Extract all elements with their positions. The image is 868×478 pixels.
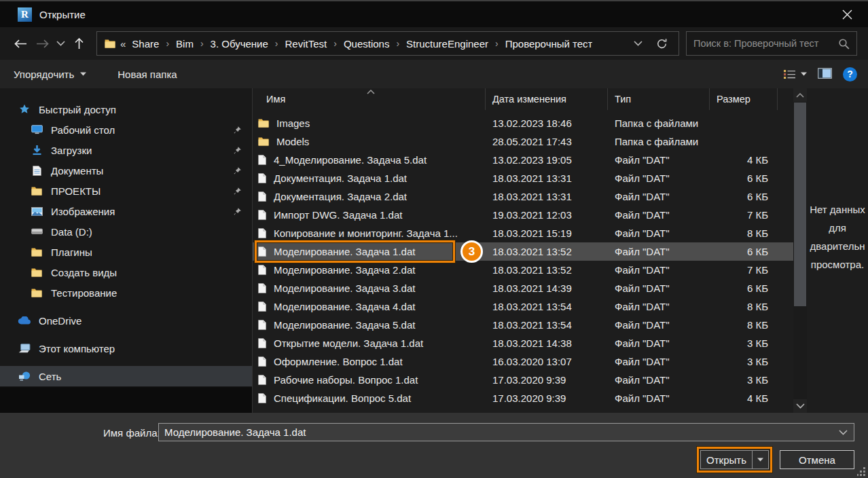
scrollbar-thumb[interactable] [794,103,806,306]
file-row[interactable]: Спецификации. Вопрос 5.dat17.03.2020 9:3… [253,389,793,407]
sidebar-item-downloads[interactable]: Загрузки [0,140,252,160]
file-name-cell: Спецификации. Вопрос 5.dat [253,392,486,404]
file-name-cell: Моделирование. Задача 3.dat [253,282,486,294]
sidebar-item-desktop[interactable]: Рабочий стол [0,120,252,140]
file-size: 6 КБ [710,282,778,294]
breadcrumb: « Share›Bim›3. Обучение›RevitTest›Questi… [96,31,679,56]
column-header-date[interactable]: Дата изменения [486,88,608,110]
file-date: 17.03.2020 9:39 [486,392,608,404]
file-row[interactable]: Models28.05.2021 17:43Папка с файлами [253,132,793,151]
file-size: 8 КБ [710,227,778,239]
sidebar-bottom-filler [0,387,252,413]
help-button[interactable]: ? [843,67,857,81]
forward-button[interactable] [33,34,52,53]
file-row[interactable]: Моделирование. Задача 4.dat18.03.2021 13… [253,297,793,316]
preview-pane-button[interactable] [818,68,832,81]
file-date: 19.03.2021 12:03 [486,209,608,221]
file-name: Открытие модели. Задача 1.dat [274,337,423,349]
file-row[interactable]: Моделирование. Задача 2.dat18.03.2021 13… [253,261,793,279]
file-row[interactable]: Моделирование. Задача 1.dat18.03.2021 13… [253,242,793,261]
new-folder-button[interactable]: Новая папка [117,69,177,80]
sidebar-item-quick-access[interactable]: Быстрый доступ [0,99,252,120]
file-name: Моделирование. Задача 2.dat [274,264,415,276]
file-type: Файл "DAT" [608,246,710,257]
search-icon [838,38,850,50]
address-dropdown-button[interactable] [634,41,643,46]
sidebar-item-data-drive[interactable]: Data (D:) [0,221,252,242]
file-row[interactable]: 4_Моделирование. Задача 5.dat13.02.2023 … [253,151,793,169]
breadcrumb-item[interactable]: RevitTest [285,38,327,50]
scroll-up-button[interactable] [793,88,807,102]
sidebar-item-pictures[interactable]: Изображения [0,201,252,221]
arrow-left-icon [14,39,27,48]
file-size: 3 КБ [710,337,778,349]
preview-text-line: дварительн [810,237,865,255]
title-bar: R Открытие [0,0,868,27]
sidebar-item-testing[interactable]: Тестирование [0,282,252,303]
file-name-cell: 4_Моделирование. Задача 5.dat [253,154,486,166]
breadcrumb-separator: › [166,38,169,49]
file-row[interactable]: Импорт DWG. Задача 1.dat19.03.2021 12:03… [253,206,793,224]
sidebar-item-create-views[interactable]: Создать виды [0,262,252,282]
close-button[interactable] [831,1,863,27]
file-name-label: Имя файла: [103,427,160,439]
back-button[interactable] [11,34,30,53]
column-header-type[interactable]: Тип [608,88,710,110]
breadcrumb-item[interactable]: Bim [176,38,194,50]
sidebar-item-label: ПРОЕКТЫ [51,185,101,197]
breadcrumb-overflow[interactable]: « [120,38,126,50]
resize-grip[interactable] [857,467,866,476]
file-row[interactable]: Документация. Задача 1.dat18.03.2021 13:… [253,169,793,187]
cancel-button[interactable]: Отмена [780,450,854,469]
file-date: 13.02.2023 18:46 [486,117,608,129]
file-list-pane: ИмяДата измененияТипРазмер Images13.02.2… [253,88,868,413]
file-type: Файл "DAT" [608,356,710,367]
file-row[interactable]: Images13.02.2023 18:46Папка с файлами [253,114,793,132]
search-input[interactable] [693,38,838,49]
breadcrumb-separator: › [333,38,337,49]
organize-menu[interactable]: Упорядочить [14,69,86,80]
open-button[interactable]: Открыть [700,450,769,469]
file-date: 18.03.2021 14:39 [486,282,608,294]
sidebar-item-network[interactable]: Сеть [0,366,252,386]
folder-icon [258,137,269,146]
vertical-scrollbar[interactable] [793,88,807,413]
breadcrumb-item[interactable]: Share [132,38,159,50]
file-row[interactable]: Открытие модели. Задача 1.dat18.03.2021 … [253,334,793,352]
pin-icon [233,207,242,216]
file-name-cell: Документация. Задача 2.dat [253,191,486,202]
file-row[interactable]: Копирование и мониторинг. Задача 1...18.… [253,224,793,242]
file-name-input[interactable] [159,426,833,438]
column-header-size[interactable]: Размер [710,88,778,110]
file-row[interactable]: Моделирование. Задача 5.dat18.03.2021 13… [253,316,793,334]
scroll-down-button[interactable] [793,399,807,413]
sidebar-item-plugins[interactable]: Плагины [0,242,252,262]
file-type: Файл "DAT" [608,374,710,386]
breadcrumb-item[interactable]: 3. Обучение [211,38,268,50]
file-icon [258,320,266,330]
file-size: 6 КБ [710,246,778,257]
file-row[interactable]: Оформление. Вопрос 1.dat16.03.2020 13:07… [253,352,793,371]
file-name-cell: Оформление. Вопрос 1.dat [253,356,486,367]
change-view-button[interactable] [783,69,807,79]
open-dropdown-button[interactable] [752,451,768,468]
view-list-icon [783,69,796,79]
breadcrumb-item[interactable]: Questions [344,38,390,50]
sidebar-item-onedrive[interactable]: OneDrive [0,310,252,331]
main-area: Быстрый доступРабочий столЗагрузкиДокуме… [0,88,868,413]
picture-icon [30,207,43,216]
up-button[interactable] [69,34,88,53]
file-icon [258,356,266,367]
refresh-button[interactable] [656,38,668,50]
sidebar-item-this-pc[interactable]: Этот компьютер [0,338,252,358]
breadcrumb-item[interactable]: Проверочный тест [505,38,593,50]
sidebar-item-projects[interactable]: ПРОЕКТЫ [0,181,252,201]
recent-locations-button[interactable] [54,34,67,53]
breadcrumb-item[interactable]: StructureEngineer [406,38,488,50]
folder-icon [30,187,43,196]
file-name-dropdown-button[interactable] [833,430,854,435]
file-row[interactable]: Документация. Задача 2.dat18.03.2021 13:… [253,187,793,206]
file-row[interactable]: Моделирование. Задача 3.dat18.03.2021 14… [253,279,793,297]
file-row[interactable]: Рабочие наборы. Вопрос 1.dat17.03.2020 9… [253,371,793,389]
sidebar-item-documents[interactable]: Документы [0,160,252,181]
